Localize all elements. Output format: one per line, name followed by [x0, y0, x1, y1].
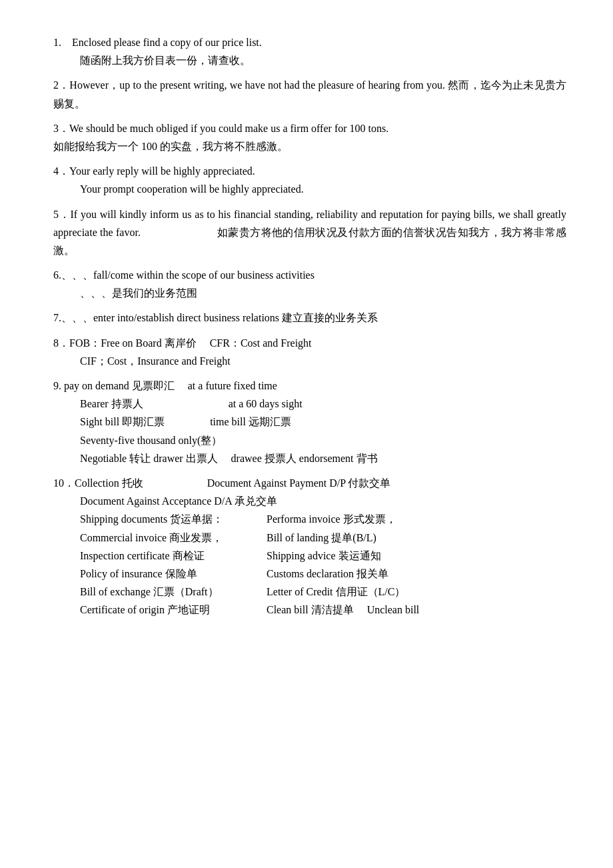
- document-body: 1. Enclosed please find a copy of our pr…: [53, 33, 566, 619]
- item-9-line1: 9. pay on demand 见票即汇 at a future fixed …: [53, 377, 566, 395]
- item-10-row-2: Commercial invoice 商业发票， Bill of landing…: [80, 529, 566, 547]
- item-9-line3: Sight bill 即期汇票 time bill 远期汇票: [53, 413, 566, 431]
- item-9-line2: Bearer 持票人 at a 60 days sight: [53, 395, 566, 413]
- item-1-chinese: 随函附上我方价目表一份，请查收。: [53, 51, 566, 69]
- item-10-line2: Document Against Acceptance D/A 承兑交单: [53, 492, 566, 510]
- item-8-line2: CIF；Cost，Insurance and Freight: [53, 352, 566, 370]
- item-3-english: 3．We should be much obliged if you could…: [53, 119, 566, 137]
- item-6-chinese: 、、、是我们的业务范围: [53, 284, 566, 302]
- item-10-row-6: Certificate of origin 产地证明 Clean bill 清洁…: [80, 601, 566, 619]
- item-10-row-1: Shipping documents 货运单据： Performa invoic…: [80, 510, 566, 528]
- item-1-english: 1. Enclosed please find a copy of our pr…: [53, 33, 566, 51]
- item-4: 4．Your early reply will be highly apprec…: [53, 162, 566, 198]
- item-10-row-4-col2: Customs declaration 报关单: [267, 565, 566, 583]
- item-10-row-2-col1: Commercial invoice 商业发票，: [80, 529, 253, 547]
- item-10-row-6-col2: Clean bill 清洁提单 Unclean bill: [267, 601, 566, 619]
- item-10-row-4: Policy of insurance 保险单 Customs declarat…: [80, 565, 566, 583]
- item-3-chinese: 如能报给我方一个 100 的实盘，我方将不胜感激。: [53, 137, 566, 155]
- item-10-table: Shipping documents 货运单据： Performa invoic…: [53, 510, 566, 619]
- item-8-line1: 8．FOB：Free on Board 离岸价 CFR：Cost and Fre…: [53, 334, 566, 352]
- item-10-row-5-col2: Letter of Credit 信用证（L/C）: [267, 583, 566, 601]
- item-9-line5: Negotiable 转让 drawer 出票人 drawee 授票人 endo…: [53, 449, 566, 467]
- item-7: 7.、、、enter into/establish direct busines…: [53, 309, 566, 327]
- item-10-row-3-col1: Inspection certificate 商检证: [80, 547, 253, 565]
- item-10-row-6-col1: Certificate of origin 产地证明: [80, 601, 253, 619]
- item-5: 5．If you will kindly inform us as to his…: [53, 205, 566, 260]
- item-2: 2．However，up to the present writing, we …: [53, 76, 566, 112]
- item-6-english: 6.、、、fall/come within the scope of our b…: [53, 266, 566, 284]
- item-4-english1: 4．Your early reply will be highly apprec…: [53, 162, 566, 180]
- item-10: 10．Collection 托收 Document Against Paymen…: [53, 474, 566, 619]
- item-10-line1: 10．Collection 托收 Document Against Paymen…: [53, 474, 566, 492]
- item-9: 9. pay on demand 见票即汇 at a future fixed …: [53, 377, 566, 467]
- item-10-row-3-col2: Shipping advice 装运通知: [267, 547, 566, 565]
- item-10-row-1-col2: Performa invoice 形式发票，: [267, 510, 566, 528]
- item-10-row-5-col1: Bill of exchange 汇票（Draft）: [80, 583, 253, 601]
- item-1: 1. Enclosed please find a copy of our pr…: [53, 33, 566, 69]
- item-10-row-3: Inspection certificate 商检证 Shipping advi…: [80, 547, 566, 565]
- item-3: 3．We should be much obliged if you could…: [53, 119, 566, 155]
- item-10-row-4-col1: Policy of insurance 保险单: [80, 565, 253, 583]
- item-10-row-1-col1: Shipping documents 货运单据：: [80, 510, 253, 528]
- item-2-english: 2．However，up to the present writing, we …: [53, 76, 566, 112]
- item-10-row-5: Bill of exchange 汇票（Draft） Letter of Cre…: [80, 583, 566, 601]
- item-7-line: 7.、、、enter into/establish direct busines…: [53, 309, 566, 327]
- item-5-english: 5．If you will kindly inform us as to his…: [53, 205, 566, 260]
- item-4-english2: Your prompt cooperation will be highly a…: [53, 180, 566, 198]
- item-8: 8．FOB：Free on Board 离岸价 CFR：Cost and Fre…: [53, 334, 566, 370]
- item-10-row-2-col2: Bill of landing 提单(B/L): [267, 529, 566, 547]
- item-6: 6.、、、fall/come within the scope of our b…: [53, 266, 566, 302]
- item-9-line4: Seventy-five thousand only(整）: [53, 431, 566, 449]
